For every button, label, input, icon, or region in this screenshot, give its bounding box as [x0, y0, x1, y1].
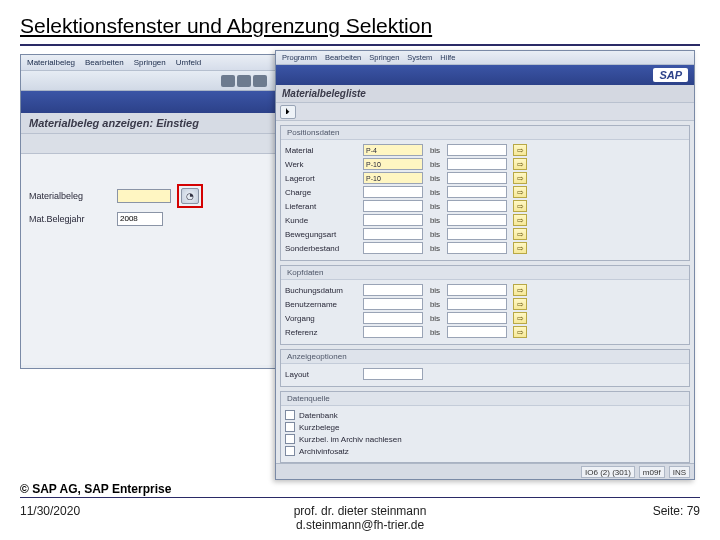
selection-row: Chargebis⇨: [285, 186, 685, 198]
input-to[interactable]: [447, 172, 507, 184]
selection-row: Kundebis⇨: [285, 214, 685, 226]
multiple-selection-button[interactable]: ⇨: [513, 298, 527, 310]
menu-item[interactable]: Springen: [369, 53, 399, 62]
app-toolbar-front: ⏵: [276, 103, 694, 121]
sap-logo: SAP: [653, 68, 688, 82]
execute-button[interactable]: ⏵: [280, 105, 296, 119]
group-header: Kopfdaten Buchungsdatumbis⇨Benutzernameb…: [280, 265, 690, 345]
input-from[interactable]: P-10: [363, 172, 423, 184]
checkbox[interactable]: [285, 446, 295, 456]
input-from[interactable]: [363, 284, 423, 296]
bis-label: bis: [423, 286, 447, 295]
f4-help-button[interactable]: ◔: [181, 188, 199, 204]
f4-search-icon: ◔: [186, 191, 194, 201]
input-from[interactable]: [363, 242, 423, 254]
input-from[interactable]: [363, 186, 423, 198]
input-to[interactable]: [447, 242, 507, 254]
input-from[interactable]: [363, 214, 423, 226]
footer-author: prof. dr. dieter steinmann: [140, 504, 580, 518]
multiple-selection-button[interactable]: ⇨: [513, 312, 527, 324]
input-to[interactable]: [447, 228, 507, 240]
selection-row: MaterialP-4bis⇨: [285, 144, 685, 156]
field-label: Bewegungsart: [285, 230, 363, 239]
input-to[interactable]: [447, 158, 507, 170]
menu-item[interactable]: Umfeld: [176, 58, 201, 67]
multiple-selection-button[interactable]: ⇨: [513, 228, 527, 240]
multiple-selection-button[interactable]: ⇨: [513, 144, 527, 156]
menubar-front: Programm Bearbeiten Springen System Hilf…: [276, 51, 694, 65]
input-to[interactable]: [447, 144, 507, 156]
input-materialbeleg[interactable]: [117, 189, 171, 203]
field-label: Archivinfosatz: [299, 447, 349, 456]
input-to[interactable]: [447, 326, 507, 338]
group-title: Anzeigeoptionen: [281, 350, 689, 364]
selection-row: Sonderbestandbis⇨: [285, 242, 685, 254]
group-title: Kopfdaten: [281, 266, 689, 280]
menu-item[interactable]: Springen: [134, 58, 166, 67]
field-label: Benutzername: [285, 300, 363, 309]
bis-label: bis: [423, 244, 447, 253]
menu-item[interactable]: System: [407, 53, 432, 62]
selection-row: Bewegungsartbis⇨: [285, 228, 685, 240]
multiple-selection-button[interactable]: ⇨: [513, 214, 527, 226]
group-title: Positionsdaten: [281, 126, 689, 140]
selection-row: Referenzbis⇨: [285, 326, 685, 338]
bis-label: bis: [423, 160, 447, 169]
menu-item[interactable]: Materialbeleg: [27, 58, 75, 67]
field-label: Kurzbelege: [299, 423, 339, 432]
input-to[interactable]: [447, 200, 507, 212]
checkbox[interactable]: [285, 410, 295, 420]
sap-window-front: Programm Bearbeiten Springen System Hilf…: [275, 50, 695, 480]
menu-item[interactable]: Programm: [282, 53, 317, 62]
input-from[interactable]: [363, 298, 423, 310]
input-to[interactable]: [447, 298, 507, 310]
slide-title: Selektionsfenster und Abgrenzung Selekti…: [20, 14, 700, 38]
checkbox[interactable]: [285, 422, 295, 432]
input-from[interactable]: P-4: [363, 144, 423, 156]
selection-row: LagerortP-10bis⇨: [285, 172, 685, 184]
multiple-selection-button[interactable]: ⇨: [513, 172, 527, 184]
menu-item[interactable]: Bearbeiten: [85, 58, 124, 67]
bis-label: bis: [423, 174, 447, 183]
menu-item[interactable]: Hilfe: [440, 53, 455, 62]
screenshot-stage: Materialbeleg Bearbeiten Springen Umfeld…: [20, 54, 700, 474]
group-options: Anzeigeoptionen Layout: [280, 349, 690, 387]
field-label: Lieferant: [285, 202, 363, 211]
checkbox[interactable]: [285, 434, 295, 444]
input-to[interactable]: [447, 284, 507, 296]
field-label: Material: [285, 146, 363, 155]
field-label-jahr: Mat.Belegjahr: [29, 214, 117, 224]
bis-label: bis: [423, 314, 447, 323]
multiple-selection-button[interactable]: ⇨: [513, 186, 527, 198]
bis-label: bis: [423, 216, 447, 225]
footer-page: Seite: 79: [580, 504, 700, 532]
source-row: Archivinfosatz: [285, 446, 685, 456]
multiple-selection-button[interactable]: ⇨: [513, 158, 527, 170]
input-layout[interactable]: [363, 368, 423, 380]
input-from[interactable]: [363, 312, 423, 324]
status-bar: IO6 (2) (301) m09f INS: [276, 463, 694, 479]
input-from[interactable]: [363, 228, 423, 240]
input-to[interactable]: [447, 312, 507, 324]
bis-label: bis: [423, 188, 447, 197]
title-rule: [20, 44, 700, 46]
multiple-selection-button[interactable]: ⇨: [513, 326, 527, 338]
footer-date: 11/30/2020: [20, 504, 140, 532]
selection-row: Benutzernamebis⇨: [285, 298, 685, 310]
input-from[interactable]: [363, 200, 423, 212]
input-jahr[interactable]: 2008: [117, 212, 163, 226]
field-label: Datenbank: [299, 411, 338, 420]
multiple-selection-button[interactable]: ⇨: [513, 242, 527, 254]
menu-item[interactable]: Bearbeiten: [325, 53, 361, 62]
option-row: Layout: [285, 368, 685, 380]
multiple-selection-button[interactable]: ⇨: [513, 284, 527, 296]
multiple-selection-button[interactable]: ⇨: [513, 200, 527, 212]
f4-highlight: ◔: [177, 184, 203, 208]
input-from[interactable]: [363, 326, 423, 338]
field-label: Referenz: [285, 328, 363, 337]
bis-label: bis: [423, 300, 447, 309]
input-from[interactable]: P-10: [363, 158, 423, 170]
input-to[interactable]: [447, 214, 507, 226]
footer-email: d.steinmann@fh-trier.de: [140, 518, 580, 532]
input-to[interactable]: [447, 186, 507, 198]
